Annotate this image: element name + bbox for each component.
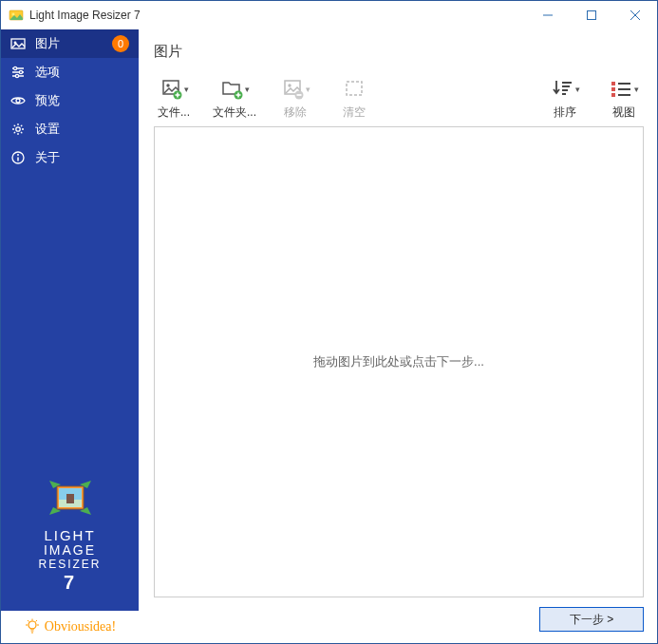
sidebar-item-label: 选项 [35,64,129,81]
svg-rect-2 [588,11,596,20]
chevron-down-icon: ▾ [634,85,639,94]
view-icon [610,78,632,101]
close-button[interactable] [613,1,657,29]
svg-rect-24 [347,82,362,95]
main-panel: 图片 ▾ 文件... ▾ [139,29,657,643]
tool-label: 文件夹... [213,104,256,121]
logo-line-4: 7 [38,571,101,594]
svg-point-6 [19,70,22,73]
tool-label: 清空 [343,104,366,121]
folder-add-icon [220,78,243,101]
eye-icon [10,93,26,108]
toolbar: ▾ 文件... ▾ 文件夹... [154,78,644,121]
svg-rect-27 [611,93,615,97]
sliders-icon [10,65,26,80]
app-icon [9,8,24,23]
brand-obviousidea: Obviousidea! [24,618,116,635]
file-remove-icon [281,78,304,101]
sidebar-logo: LIGHT IMAGE RESIZER 7 [1,465,139,611]
svg-point-5 [13,66,16,69]
brand-text: Obviousidea! [45,619,116,635]
logo-line-1: LIGHT [38,528,101,544]
chevron-down-icon: ▾ [184,85,189,94]
chevron-down-icon: ▾ [245,85,250,94]
svg-point-7 [15,74,18,77]
info-icon [10,150,26,165]
sidebar-item-options[interactable]: 选项 [1,58,139,86]
sort-icon [551,78,573,101]
tool-label: 排序 [554,104,576,121]
footer-row: 下一步 > [154,607,644,635]
next-button[interactable]: 下一步 > [539,607,644,632]
add-files-button[interactable]: ▾ 文件... [154,78,194,121]
sidebar-item-label: 预览 [35,92,129,109]
svg-point-1 [12,13,15,16]
sidebar-item-images[interactable]: 图片 0 [1,29,139,58]
sidebar-item-label: 设置 [35,121,129,138]
clear-button: 清空 [334,78,374,121]
svg-point-11 [17,154,19,156]
remove-button: ▾ 移除 [275,78,315,121]
tool-label: 文件... [158,104,190,121]
minimize-button[interactable] [526,1,570,29]
titlebar: Light Image Resizer 7 [1,1,657,29]
sidebar-footer[interactable]: Obviousidea! [1,611,139,643]
svg-rect-15 [66,494,74,503]
sidebar-item-about[interactable]: 关于 [1,143,139,172]
gear-icon [10,122,26,137]
drop-area[interactable]: 拖动图片到此处或点击下一步... [154,126,644,597]
maximize-button[interactable] [570,1,613,29]
window-body: 图片 0 选项 预览 设置 [1,29,657,643]
chevron-down-icon: ▾ [575,85,580,94]
sidebar-item-label: 关于 [35,149,129,166]
svg-point-16 [28,621,36,629]
logo-image [47,475,93,521]
file-add-icon [160,78,182,101]
app-window: Light Image Resizer 7 图片 0 [0,0,658,644]
window-title: Light Image Resizer 7 [29,9,526,22]
window-controls [526,1,657,29]
sidebar-spacer [1,172,139,465]
page-title: 图片 [154,43,644,61]
sidebar-item-preview[interactable]: 预览 [1,86,139,115]
sidebar-item-label: 图片 [35,35,103,52]
svg-point-8 [16,99,20,103]
images-count-badge: 0 [112,35,129,52]
images-icon [10,36,26,51]
svg-point-22 [288,84,291,86]
svg-rect-26 [611,87,615,91]
logo-line-3: RESIZER [38,559,101,571]
sidebar: 图片 0 选项 预览 设置 [1,29,139,643]
svg-point-18 [166,84,169,86]
chevron-down-icon: ▾ [306,85,310,94]
logo-line-2: IMAGE [38,543,101,558]
tool-label: 视图 [612,104,635,121]
sidebar-item-settings[interactable]: 设置 [1,115,139,143]
tool-label: 移除 [284,104,307,121]
logo-text: LIGHT IMAGE RESIZER 7 [38,528,101,594]
svg-point-9 [16,127,20,131]
sort-button[interactable]: ▾ 排序 [545,78,585,121]
add-folder-button[interactable]: ▾ 文件夹... [213,78,256,121]
clear-icon [343,78,366,101]
view-button[interactable]: ▾ 视图 [604,78,644,121]
drop-placeholder-text: 拖动图片到此处或点击下一步... [313,353,484,370]
lightbulb-icon [24,618,41,635]
svg-rect-25 [611,82,615,85]
